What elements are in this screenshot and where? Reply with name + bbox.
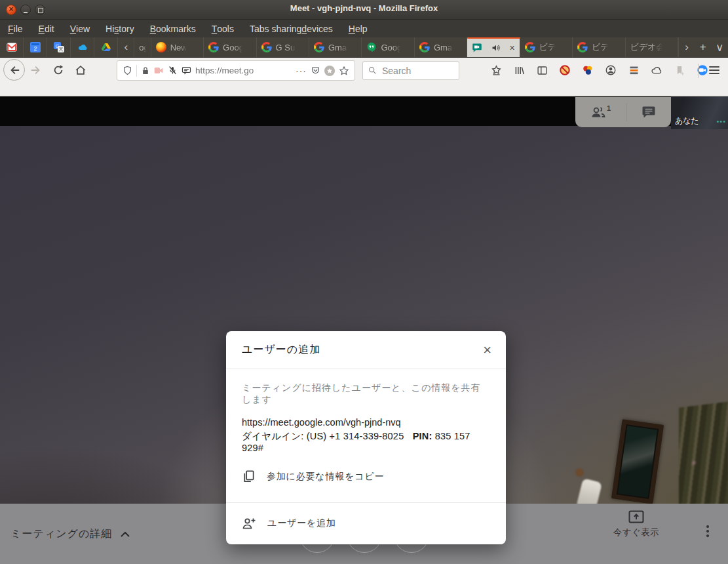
save-bookmark-star-icon[interactable] <box>490 64 502 76</box>
hangouts-icon <box>366 42 377 52</box>
present-screen-icon <box>628 510 644 523</box>
gmail-icon <box>7 42 17 52</box>
calendar-icon: 2 <box>30 42 41 52</box>
tab-list-dropdown-button[interactable]: ∨ <box>711 37 728 57</box>
meeting-details-label: ミーティングの詳細 <box>10 527 112 541</box>
back-button[interactable] <box>3 59 25 81</box>
tab-strip: 2 G ‹ og New Goog G Sui Gmai Goog Gmai ×… <box>0 37 728 58</box>
self-view-thumbnail[interactable]: あなた ••• <box>671 96 728 129</box>
sidebar-toggle-icon[interactable] <box>536 64 548 76</box>
participants-button[interactable]: 1 <box>590 105 611 119</box>
google-icon <box>577 42 588 52</box>
tab-meet-active[interactable]: × <box>467 37 520 57</box>
picture-frame <box>611 419 664 504</box>
adblocker-extension-icon[interactable] <box>559 64 571 76</box>
menubar: File Edit View History Bookmarks Tools T… <box>0 20 728 37</box>
menu-bookmarks[interactable]: Bookmarks <box>142 20 204 37</box>
chat-button[interactable] <box>642 105 656 119</box>
menu-edit[interactable]: Edit <box>31 20 62 37</box>
translate-icon: G <box>54 42 64 52</box>
tab-scroll-left-button[interactable]: ‹ <box>118 37 134 57</box>
cloud-icon <box>77 42 88 52</box>
toolbar-divider <box>699 64 699 78</box>
tab-scroll-right-button[interactable]: › <box>678 37 695 57</box>
tab-hangouts[interactable]: Goog <box>362 37 414 57</box>
tab-video-1[interactable]: ビデ <box>520 37 573 57</box>
chevron-up-icon <box>120 531 130 538</box>
bookmark-star-icon[interactable] <box>339 66 349 76</box>
new-tab-button[interactable]: + <box>695 37 712 57</box>
saved-flag-icon[interactable] <box>674 64 685 76</box>
search-bar[interactable] <box>362 61 459 80</box>
pinned-tab-gmail[interactable] <box>0 37 24 57</box>
dialog-close-icon[interactable]: × <box>483 343 491 357</box>
pinned-tab-onedrive[interactable] <box>71 37 94 57</box>
notification-bubble-icon[interactable] <box>182 66 191 75</box>
urlbar-divider <box>136 65 137 77</box>
menu-tabs-sharing-devices[interactable]: Tabs sharing devices <box>242 20 341 37</box>
tab-gmail-1[interactable]: Gmai <box>309 37 362 57</box>
meeting-link: https://meet.google.com/vgh-pjnd-nvq <box>242 417 490 428</box>
tab-video-2[interactable]: ビデ <box>573 37 625 57</box>
pinned-tab-calendar[interactable]: 2 <box>24 37 47 57</box>
dialog-body: ミーティングに招待したユーザーと、この情報を共有します https://meet… <box>226 369 506 502</box>
copy-icon <box>242 470 256 483</box>
pinned-tab-drive[interactable] <box>94 37 118 57</box>
firefox-icon <box>156 42 166 52</box>
colorzilla-extension-icon[interactable] <box>582 64 594 76</box>
camera-in-use-icon[interactable] <box>154 66 164 75</box>
database-extension-icon[interactable] <box>628 64 640 76</box>
lock-icon[interactable] <box>141 66 150 75</box>
pocket-icon[interactable] <box>311 66 320 75</box>
screenshots-icon[interactable] <box>324 66 335 76</box>
copy-joining-info-button[interactable]: 参加に必要な情報をコピー <box>242 470 490 502</box>
menu-view[interactable]: View <box>62 20 98 37</box>
dialog-title: ユーザーの追加 <box>242 343 483 357</box>
home-button[interactable] <box>75 64 86 76</box>
home-icon <box>75 64 86 76</box>
back-arrow-icon <box>9 64 20 76</box>
microphone-blocked-icon[interactable] <box>168 66 178 75</box>
page-actions-overflow-icon[interactable]: ··· <box>296 66 307 76</box>
google-icon <box>314 42 324 52</box>
tab-clipped[interactable]: og <box>134 37 151 57</box>
cloud-extension-icon[interactable] <box>651 64 662 76</box>
library-icon[interactable] <box>513 64 525 76</box>
menu-help[interactable]: Help <box>341 20 375 37</box>
menu-file[interactable]: File <box>0 20 31 37</box>
reload-icon <box>52 64 64 76</box>
tab-video-3[interactable]: ビデオ会 <box>626 37 678 57</box>
add-users-label: ユーザーを追加 <box>267 517 336 529</box>
person-add-icon <box>242 517 256 530</box>
add-users-button[interactable]: ユーザーを追加 <box>226 503 506 544</box>
forward-button[interactable] <box>30 64 42 76</box>
tab-new[interactable]: New <box>151 37 204 57</box>
dialin-number: (US) +1 314-339-8025 <box>307 431 404 441</box>
add-users-dialog: ユーザーの追加 × ミーティングに招待したユーザーと、この情報を共有します ht… <box>226 331 506 544</box>
url-bar[interactable]: https://meet.go ··· <box>117 60 355 81</box>
menu-tools[interactable]: Tools <box>204 20 242 37</box>
menu-history[interactable]: History <box>98 20 142 37</box>
audio-level-indicator: ••• <box>716 117 726 125</box>
tab-close-icon[interactable]: × <box>510 43 515 52</box>
search-input[interactable] <box>381 65 446 77</box>
tab-gmail-2[interactable]: Gmai <box>415 37 467 57</box>
dialog-subtitle: ミーティングに招待したユーザーと、この情報を共有します <box>242 382 490 406</box>
reload-button[interactable] <box>52 64 64 76</box>
url-text[interactable]: https://meet.go <box>195 66 292 75</box>
google-icon <box>261 42 272 52</box>
google-drive-icon <box>101 42 111 52</box>
menu-hamburger-icon[interactable] <box>709 66 719 74</box>
pinned-tab-translate[interactable]: G <box>47 37 71 57</box>
tab-gsuite[interactable]: G Sui <box>257 37 309 57</box>
navigation-toolbar: https://meet.go ··· <box>0 58 728 96</box>
tracking-protection-shield-icon[interactable] <box>123 66 132 75</box>
pin-label: PIN: <box>413 431 432 441</box>
participant-count-badge: 1 <box>607 105 611 112</box>
meeting-details-toggle[interactable]: ミーティングの詳細 <box>10 527 130 541</box>
more-options-kebab-icon[interactable] <box>706 525 709 537</box>
account-icon[interactable] <box>605 64 617 76</box>
present-now-button[interactable]: 今すぐ表示 <box>610 510 662 538</box>
tab-audio-icon[interactable] <box>491 43 501 52</box>
tab-google-1[interactable]: Goog <box>204 37 256 57</box>
